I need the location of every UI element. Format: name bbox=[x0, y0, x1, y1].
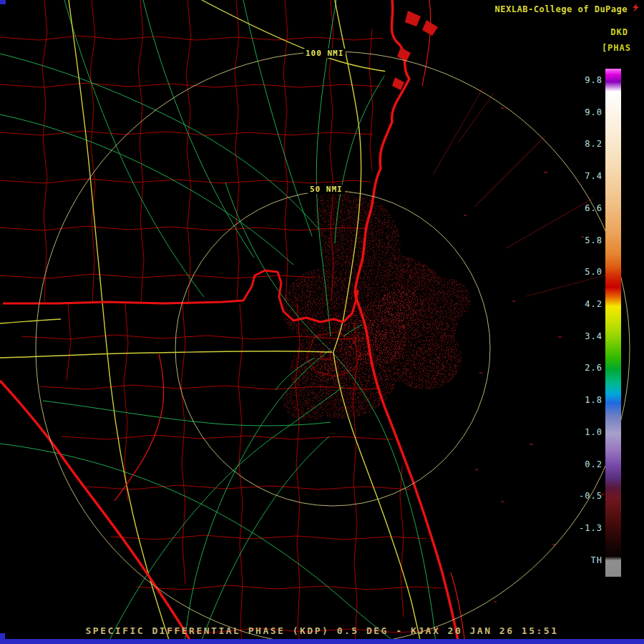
colorbar-tick: 4.2 bbox=[585, 299, 602, 309]
product-id-label: DKD bbox=[610, 27, 628, 37]
colorbar-tick: 8.2 bbox=[585, 139, 602, 149]
colorbar-tick: 9.8 bbox=[585, 75, 602, 85]
colorbar-tick: -0.5 bbox=[579, 491, 602, 501]
range-ring-label-100nmi: 100 NMI bbox=[303, 49, 346, 58]
colorbar-tick: 1.0 bbox=[585, 427, 602, 437]
colorbar-gradient bbox=[605, 69, 621, 577]
colorbar-tick-threshold: TH bbox=[591, 555, 602, 565]
colorbar-tick: 9.0 bbox=[585, 107, 602, 117]
footer-accent-bar bbox=[0, 639, 644, 644]
colorbar-tick: -1.3 bbox=[579, 523, 602, 533]
colorbar-tick: 7.4 bbox=[585, 171, 602, 181]
cod-logo-icon bbox=[631, 3, 640, 15]
site-title: NEXLAB-College of DuPage bbox=[495, 4, 628, 14]
range-ring-label-50nmi: 50 NMI bbox=[308, 185, 345, 194]
colorbar-tick: 5.8 bbox=[585, 235, 602, 245]
colorbar-tick: 1.8 bbox=[585, 395, 602, 405]
footer-left-notch bbox=[0, 633, 5, 644]
colorbar-tick: 2.6 bbox=[585, 363, 602, 373]
product-units-label: [PHAS bbox=[602, 43, 631, 53]
header-title-bar: NEXLAB-College of DuPage bbox=[495, 3, 640, 15]
colorbar-tick: 3.4 bbox=[585, 331, 602, 341]
colorbar-tick-labels: 9.8 9.0 8.2 7.4 6.6 5.8 5.0 4.2 3.4 2.6 … bbox=[567, 75, 602, 565]
radar-display: 100 NMI 50 NMI NEXLAB-College of DuPage … bbox=[0, 0, 644, 644]
colorbar-tick: 5.0 bbox=[585, 267, 602, 277]
product-caption: SPECIFIC DIFFERENTIAL PHASE (KDP) 0.5 DE… bbox=[86, 625, 559, 636]
colorbar-tick: 6.6 bbox=[585, 203, 602, 213]
colorbar-tick: 0.2 bbox=[585, 459, 602, 469]
top-left-corner-mark bbox=[0, 0, 6, 4]
radar-map bbox=[0, 0, 644, 644]
